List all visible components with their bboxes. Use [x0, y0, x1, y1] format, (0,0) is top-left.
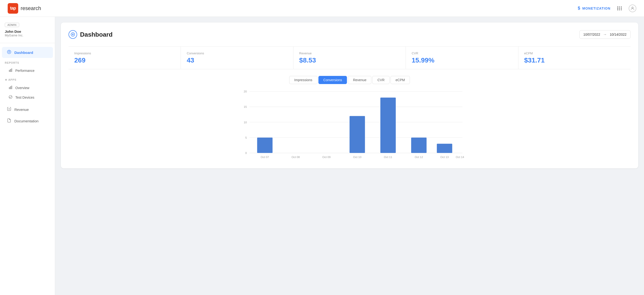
monetization-button[interactable]: $ MONETIZATION [578, 6, 610, 11]
ecpm-label: eCPM [524, 51, 625, 55]
svg-rect-4 [9, 70, 10, 72]
revenue-icon [7, 107, 12, 112]
dashboard-title-icon [68, 30, 77, 39]
stat-conversions: Conversions 43 [181, 47, 293, 69]
y-label-0: 0 [245, 151, 247, 154]
overview-icon [8, 85, 12, 90]
svg-point-13 [71, 33, 75, 36]
x-label-oct10: Oct 10 [353, 155, 362, 159]
overview-label: Overview [15, 86, 29, 90]
documentation-icon [7, 118, 12, 124]
tab-revenue[interactable]: Revenue [348, 76, 371, 84]
conversions-label: Conversions [187, 51, 287, 55]
dashboard-title: Dashboard [68, 30, 112, 39]
sidebar-item-test-devices[interactable]: Test Devices [2, 93, 53, 102]
bar-oct13 [437, 144, 452, 153]
tab-cvr[interactable]: CVR [372, 76, 390, 84]
x-label-oct08: Oct 08 [292, 155, 300, 159]
sidebar-user-company: MyGame Inc. [5, 33, 50, 37]
impressions-value: 269 [74, 56, 175, 64]
dollar-icon: $ [578, 6, 580, 11]
test-devices-icon [8, 95, 12, 100]
bar-chart: 20 15 10 5 0 [71, 89, 628, 161]
y-label-5: 5 [245, 136, 247, 139]
chart-tabs: Impressions Conversions Revenue CVR eCPM [68, 76, 630, 84]
svg-rect-9 [11, 86, 12, 89]
test-devices-label: Test Devices [15, 95, 34, 99]
svg-point-2 [8, 51, 10, 53]
logo-area[interactable]: tap research [8, 3, 41, 14]
sidebar-user-info: ADMIN John Doe MyGame Inc. [0, 22, 55, 43]
revenue-label: Revenue [299, 51, 400, 55]
apps-section-label: ★ APPS [0, 75, 55, 83]
sidebar-user-name: John Doe [5, 29, 50, 33]
conversions-value: 43 [187, 56, 287, 64]
dashboard-title-text: Dashboard [80, 31, 112, 38]
user-profile-icon[interactable] [629, 4, 636, 12]
revenue-sidebar-label: Revenue [14, 107, 29, 112]
svg-rect-8 [10, 87, 11, 89]
stat-revenue: Revenue $8.53 [294, 47, 406, 69]
stat-impressions: Impressions 269 [68, 47, 181, 69]
monetization-label: MONETIZATION [582, 6, 610, 10]
y-label-15: 15 [244, 105, 247, 108]
apps-grid-icon[interactable] [617, 6, 622, 10]
svg-rect-6 [11, 69, 12, 72]
bar-oct11 [380, 97, 396, 153]
y-label-20: 20 [244, 90, 247, 93]
sidebar-item-documentation[interactable]: Documentation [2, 115, 53, 126]
admin-badge: ADMIN [5, 23, 19, 27]
ecpm-value: $31.71 [524, 56, 625, 64]
sidebar-item-revenue[interactable]: Revenue [2, 104, 53, 115]
stat-cvr: CVR 15.99% [406, 47, 518, 69]
sidebar-item-dashboard[interactable]: Dashboard [2, 47, 53, 58]
x-label-oct14: Oct 14 [456, 155, 464, 159]
logo-icon: tap [8, 3, 18, 14]
tab-ecpm[interactable]: eCPM [390, 76, 410, 84]
dashboard-card: Dashboard 10/07/2022 → 10/14/2022 Impres… [61, 22, 638, 168]
x-label-oct13: Oct 13 [440, 155, 449, 159]
revenue-value: $8.53 [299, 56, 400, 64]
apps-label-star: ★ [5, 78, 8, 81]
documentation-label: Documentation [14, 119, 38, 123]
date-arrow-icon: → [603, 32, 607, 37]
sidebar-item-overview[interactable]: Overview [2, 83, 53, 92]
x-label-oct12: Oct 12 [415, 155, 423, 159]
top-navigation: tap research $ MONETIZATION [0, 0, 644, 17]
stats-row: Impressions 269 Conversions 43 Revenue $… [68, 46, 630, 69]
svg-rect-5 [10, 69, 11, 72]
cvr-label: CVR [412, 51, 512, 55]
x-label-oct07: Oct 07 [261, 155, 269, 159]
svg-point-0 [632, 7, 633, 8]
sidebar-dashboard-label: Dashboard [14, 50, 33, 55]
bar-oct10 [350, 116, 365, 153]
dashboard-icon [7, 50, 12, 55]
tab-conversions[interactable]: Conversions [318, 76, 347, 84]
chart-area: 20 15 10 5 0 [68, 89, 630, 161]
cvr-value: 15.99% [412, 56, 512, 64]
date-range-picker[interactable]: 10/07/2022 → 10/14/2022 [579, 30, 630, 39]
bar-oct07 [257, 138, 272, 153]
performance-label: Performance [15, 69, 34, 72]
y-label-10: 10 [244, 121, 247, 124]
date-end: 10/14/2022 [610, 32, 626, 36]
reports-section-label: REPORTS [0, 58, 55, 66]
date-start: 10/07/2022 [584, 32, 600, 36]
performance-icon [8, 68, 12, 73]
svg-point-14 [72, 34, 74, 35]
impressions-label: Impressions [74, 51, 175, 55]
stat-ecpm: eCPM $31.71 [518, 47, 630, 69]
sidebar-item-performance[interactable]: Performance [2, 66, 53, 75]
svg-rect-7 [9, 87, 10, 89]
x-label-oct11: Oct 11 [384, 155, 392, 159]
bar-oct12 [411, 138, 426, 153]
brand-name: research [20, 5, 41, 11]
x-label-oct09: Oct 09 [322, 155, 330, 159]
topnav-right: $ MONETIZATION [578, 4, 636, 12]
tab-impressions[interactable]: Impressions [289, 76, 317, 84]
dashboard-header: Dashboard 10/07/2022 → 10/14/2022 [68, 30, 630, 39]
main-content: Dashboard 10/07/2022 → 10/14/2022 Impres… [55, 17, 644, 295]
sidebar: ADMIN John Doe MyGame Inc. Dashboard REP… [0, 17, 55, 295]
